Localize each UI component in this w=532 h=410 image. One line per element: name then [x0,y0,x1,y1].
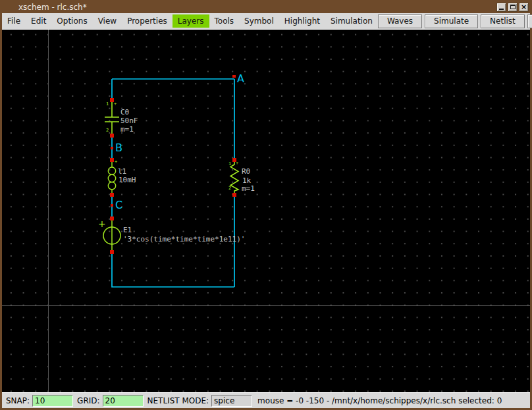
menubar: File Edit Options View Properties Layers… [2,13,530,30]
source-plus-mark: + [98,219,106,228]
inductor-plus-mark: + [115,160,117,165]
menu-tools[interactable]: Tools [209,14,240,28]
maximize-button[interactable] [508,3,518,12]
source-expression[interactable]: '3*cos(time*time*time*1e11)' [123,236,245,243]
menu-properties[interactable]: Properties [122,14,173,28]
simulate-button[interactable]: Simulate [425,14,478,28]
node-label-b[interactable]: B [115,143,122,153]
resistor-pin1-number: 1 [228,162,231,167]
waves-button[interactable]: Waves [378,14,422,28]
resistor-value[interactable]: 1k [242,177,251,184]
capacitor-ref[interactable]: C0 [120,109,129,116]
netlist-button[interactable]: Netlist [481,14,525,28]
capacitor-plus-mark: + [114,102,117,107]
snap-input[interactable] [32,395,73,407]
resistor-plus-mark: + [236,161,238,166]
capacitor-pin1-number: 1 [106,102,109,107]
menu-simulation[interactable]: Simulation [325,14,378,28]
inductor-value[interactable]: 10mH [119,176,136,184]
window-controls: × [496,3,529,12]
schematic-canvas[interactable]: A B C C0 50nF m=1 1 + 2 l1 10mH + E1 '3*… [2,30,530,392]
maximize-icon [510,5,516,9]
inductor-ref[interactable]: l1 [118,168,126,175]
statusbar: SNAP: GRID: NETLIST MODE: mouse = -0 -15… [2,392,530,408]
resistor-pin2-number: 2 [228,186,231,191]
axis-lines [2,30,530,392]
window-title: xschem - rlc.sch* [18,3,87,12]
menu-edit[interactable]: Edit [26,14,51,28]
netlist-mode-input[interactable] [211,395,252,407]
snap-label: SNAP: [6,396,30,405]
minimize-icon [499,9,504,10]
inductor-symbol[interactable] [108,160,115,195]
node-label-c[interactable]: C [115,200,122,211]
minimize-button[interactable] [496,3,506,12]
capacitor-mult[interactable]: m=1 [120,126,134,133]
source-ref[interactable]: E1 [123,226,132,234]
mouse-info: mouse = -0 -150 - /mnt/x/home/schippes/x… [257,396,502,405]
capacitor-pin2-number: 2 [106,128,109,133]
close-button[interactable]: × [519,3,529,12]
voltage-source-symbol[interactable] [103,218,120,252]
menu-options[interactable]: Options [51,14,92,28]
resistor-ref[interactable]: R0 [242,168,250,175]
titlebar[interactable]: xschem - rlc.sch* × [2,1,530,13]
menu-view[interactable]: View [93,14,122,28]
menu-highlight[interactable]: Highlight [279,14,325,28]
netlist-mode-label: NETLIST MODE: [147,396,209,405]
grid-label: GRID: [77,396,99,405]
node-label-a[interactable]: A [237,74,244,84]
menu-file[interactable]: File [2,14,26,28]
close-icon: × [521,3,527,11]
grid-input[interactable] [103,395,144,407]
xschem-window: xschem - rlc.sch* × File Edit Options Vi… [0,0,532,410]
help-button[interactable]: Help [527,14,532,28]
menu-layers[interactable]: Layers [173,14,209,28]
capacitor-value[interactable]: 50nF [120,117,138,124]
resistor-mult[interactable]: m=1 [242,185,255,192]
menu-symbol[interactable]: Symbol [239,14,279,28]
